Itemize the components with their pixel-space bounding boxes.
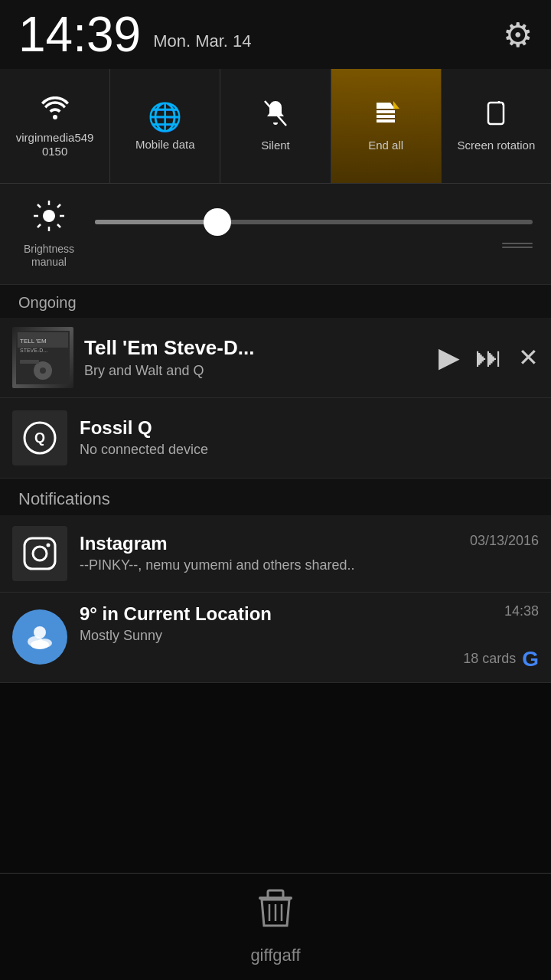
music-close-button[interactable]: ✕: [518, 343, 539, 372]
brightness-thumb[interactable]: [204, 208, 231, 236]
svg-text:STEVE-D...: STEVE-D...: [20, 348, 47, 353]
instagram-time: 03/13/2016: [470, 533, 539, 549]
weather-notification[interactable]: 9° in Current Location 14:38 Mostly Sunn…: [0, 593, 551, 683]
fossil-q-notification[interactable]: Q Fossil Q No connected device: [0, 398, 551, 479]
weather-content: 9° in Current Location 14:38 Mostly Sunn…: [80, 603, 539, 671]
brightness-panel: Brightness manual: [0, 184, 551, 285]
svg-rect-21: [20, 360, 39, 364]
instagram-title: Instagram: [80, 533, 168, 554]
instagram-body: --PINKY--, nemu yumemi and others shared…: [80, 557, 539, 573]
qs-screen-rotation[interactable]: Screen rotation: [442, 69, 551, 183]
svg-rect-3: [377, 119, 395, 122]
svg-text:TELL 'EM: TELL 'EM: [20, 338, 47, 345]
clear-all-button[interactable]: [256, 887, 295, 939]
music-notification[interactable]: TELL 'EM STEVE-D... Tell 'Em Steve-D... …: [0, 318, 551, 398]
brightness-label: Brightness manual: [24, 243, 74, 269]
screen-rotation-icon: [482, 100, 510, 134]
end-all-icon: [372, 100, 399, 134]
svg-point-25: [33, 547, 47, 560]
svg-rect-32: [268, 890, 283, 898]
clock: 14:39: [18, 10, 141, 59]
qs-rotation-label: Screen rotation: [458, 139, 536, 152]
notifications-section: Notifications Instagram 03/13/2016 --PIN…: [0, 479, 551, 683]
brightness-slider[interactable]: [95, 220, 533, 248]
music-next-button[interactable]: ⏭: [475, 341, 503, 374]
weather-subtitle: Mostly Sunny: [80, 628, 539, 644]
settings-icon[interactable]: ⚙: [503, 15, 533, 54]
svg-point-30: [31, 640, 49, 649]
qs-mobile-label: Mobile data: [135, 138, 195, 152]
music-album-art: TELL 'EM STEVE-D...: [12, 327, 73, 388]
fossil-q-icon: Q: [12, 410, 67, 466]
brightness-line-2: [502, 247, 533, 248]
mobile-data-icon: 🌐: [148, 101, 182, 133]
weather-title: 9° in Current Location: [80, 603, 272, 625]
svg-point-26: [47, 543, 51, 547]
divider: [0, 873, 551, 874]
svg-rect-1: [377, 110, 395, 113]
instagram-notification[interactable]: Instagram 03/13/2016 --PINKY--, nemu yum…: [0, 515, 551, 593]
weather-icon: [12, 609, 67, 665]
weather-cards: 18 cards: [463, 651, 516, 667]
svg-point-20: [40, 368, 46, 374]
google-g-icon: G: [522, 647, 539, 671]
svg-rect-24: [24, 538, 55, 569]
svg-text:Q: Q: [34, 430, 45, 446]
ongoing-label: Ongoing: [0, 285, 551, 318]
brightness-sun-icon: [32, 199, 66, 240]
qs-silent-label: Silent: [261, 139, 290, 152]
qs-wifi-label: virginmedia549 0150: [16, 131, 94, 158]
notifications-label: Notifications: [0, 479, 551, 515]
ongoing-section: Ongoing TELL 'EM STEVE-D... Tell 'Em Ste…: [0, 285, 551, 479]
qs-end-all[interactable]: End all: [331, 69, 442, 183]
quick-settings-panel: virginmedia549 0150 🌐 Mobile data Silent…: [0, 69, 551, 184]
weather-time: 14:38: [504, 603, 539, 619]
silent-icon: [263, 100, 288, 134]
fossil-q-info: Fossil Q No connected device: [80, 417, 539, 458]
status-bar: 14:39 Mon. Mar. 14 ⚙: [0, 0, 551, 69]
carrier-label: giffgaff: [250, 946, 300, 965]
svg-line-12: [57, 224, 60, 227]
bottom-area: giffgaff: [0, 858, 551, 980]
svg-marker-4: [393, 101, 399, 109]
music-controls: ▶ ⏭ ✕: [439, 341, 539, 374]
svg-line-13: [57, 204, 60, 207]
qs-silent[interactable]: Silent: [220, 69, 331, 183]
music-info: Tell 'Em Steve-D... Bry and Walt and Q: [84, 336, 428, 379]
brightness-line-1: [502, 243, 533, 244]
fossil-q-subtitle: No connected device: [80, 442, 539, 458]
music-artist: Bry and Walt and Q: [84, 363, 428, 379]
brightness-left: Brightness manual: [18, 199, 80, 269]
instagram-content: Instagram 03/13/2016 --PINKY--, nemu yum…: [80, 533, 539, 573]
svg-rect-2: [377, 115, 395, 118]
date: Mon. Mar. 14: [153, 31, 251, 59]
music-play-button[interactable]: ▶: [439, 341, 460, 374]
svg-line-14: [37, 224, 41, 227]
qs-wifi[interactable]: virginmedia549 0150: [0, 69, 110, 183]
wifi-icon: [41, 94, 70, 126]
music-title: Tell 'Em Steve-D...: [84, 336, 428, 360]
svg-rect-5: [488, 103, 504, 124]
qs-end-all-label: End all: [368, 139, 403, 152]
qs-mobile-data[interactable]: 🌐 Mobile data: [110, 69, 220, 183]
svg-line-11: [37, 204, 41, 207]
instagram-icon: [12, 526, 67, 581]
svg-point-6: [43, 210, 55, 222]
fossil-q-title: Fossil Q: [80, 417, 539, 439]
